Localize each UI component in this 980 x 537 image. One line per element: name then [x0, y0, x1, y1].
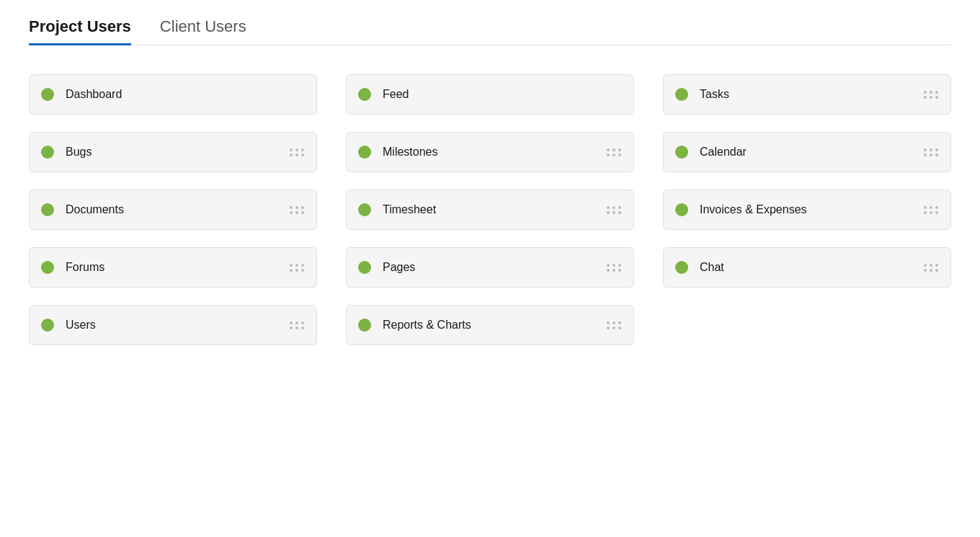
status-dot-milestones — [358, 146, 371, 159]
module-card-dashboard[interactable]: Dashboard — [29, 74, 317, 115]
module-label-tasks: Tasks — [700, 88, 729, 101]
module-label-timesheet: Timesheet — [383, 203, 436, 216]
module-label-feed: Feed — [383, 88, 409, 101]
drag-icon-bugs[interactable] — [290, 148, 305, 156]
status-dot-calendar — [675, 146, 688, 159]
module-label-calendar: Calendar — [700, 146, 747, 159]
module-label-dashboard: Dashboard — [66, 88, 122, 101]
status-dot-tasks — [675, 88, 688, 101]
drag-icon-forums[interactable] — [290, 264, 305, 272]
status-dot-pages — [358, 261, 371, 274]
module-left-pages: Pages — [358, 261, 415, 274]
module-left-invoices-expenses: Invoices & Expenses — [675, 203, 807, 216]
drag-icon-invoices-expenses[interactable] — [924, 206, 939, 214]
drag-icon-calendar[interactable] — [924, 148, 939, 156]
module-left-feed: Feed — [358, 88, 409, 101]
status-dot-dashboard — [41, 88, 54, 101]
status-dot-forums — [41, 261, 54, 274]
module-left-documents: Documents — [41, 203, 124, 216]
tab-project-users[interactable]: Project Users — [29, 17, 131, 45]
drag-icon-milestones[interactable] — [607, 148, 622, 156]
module-left-calendar: Calendar — [675, 146, 747, 159]
status-dot-chat — [675, 261, 688, 274]
status-dot-invoices-expenses — [675, 203, 688, 216]
module-card-feed[interactable]: Feed — [346, 74, 634, 115]
module-card-invoices-expenses[interactable]: Invoices & Expenses — [663, 190, 951, 230]
module-card-documents[interactable]: Documents — [29, 190, 317, 230]
module-left-timesheet: Timesheet — [358, 203, 436, 216]
status-dot-timesheet — [358, 203, 371, 216]
status-dot-feed — [358, 88, 371, 101]
tab-client-users[interactable]: Client Users — [160, 17, 246, 45]
module-card-milestones[interactable]: Milestones — [346, 132, 634, 172]
module-card-bugs[interactable]: Bugs — [29, 132, 317, 172]
module-label-reports-charts: Reports & Charts — [383, 319, 471, 332]
drag-icon-users[interactable] — [290, 321, 305, 329]
module-left-tasks: Tasks — [675, 88, 729, 101]
module-left-milestones: Milestones — [358, 146, 437, 159]
module-left-chat: Chat — [675, 261, 724, 274]
module-card-chat[interactable]: Chat — [663, 247, 951, 288]
module-label-documents: Documents — [66, 203, 124, 216]
module-left-dashboard: Dashboard — [41, 88, 122, 101]
modules-grid: DashboardFeedTasksBugsMilestonesCalendar… — [29, 74, 951, 345]
drag-icon-documents[interactable] — [290, 206, 305, 214]
tabs-container: Project Users Client Users — [29, 17, 951, 45]
module-label-pages: Pages — [383, 261, 415, 274]
drag-icon-timesheet[interactable] — [607, 206, 622, 214]
module-label-users: Users — [66, 319, 96, 332]
tab-bar: Project Users Client Users — [29, 17, 951, 45]
module-left-users: Users — [41, 319, 96, 332]
status-dot-reports-charts — [358, 319, 371, 332]
module-left-bugs: Bugs — [41, 146, 92, 159]
status-dot-documents — [41, 203, 54, 216]
module-label-chat: Chat — [700, 261, 724, 274]
module-card-forums[interactable]: Forums — [29, 247, 317, 288]
module-card-reports-charts[interactable]: Reports & Charts — [346, 305, 634, 345]
status-dot-bugs — [41, 146, 54, 159]
status-dot-users — [41, 319, 54, 332]
module-label-invoices-expenses: Invoices & Expenses — [700, 203, 807, 216]
module-card-tasks[interactable]: Tasks — [663, 74, 951, 115]
module-card-calendar[interactable]: Calendar — [663, 132, 951, 172]
drag-icon-pages[interactable] — [607, 264, 622, 272]
module-label-milestones: Milestones — [383, 146, 437, 159]
module-card-timesheet[interactable]: Timesheet — [346, 190, 634, 230]
module-label-forums: Forums — [66, 261, 104, 274]
module-card-pages[interactable]: Pages — [346, 247, 634, 288]
drag-icon-reports-charts[interactable] — [607, 321, 622, 329]
drag-icon-tasks[interactable] — [924, 91, 939, 99]
module-label-bugs: Bugs — [66, 146, 92, 159]
module-left-reports-charts: Reports & Charts — [358, 319, 471, 332]
module-left-forums: Forums — [41, 261, 104, 274]
drag-icon-chat[interactable] — [924, 264, 939, 272]
module-card-users[interactable]: Users — [29, 305, 317, 345]
